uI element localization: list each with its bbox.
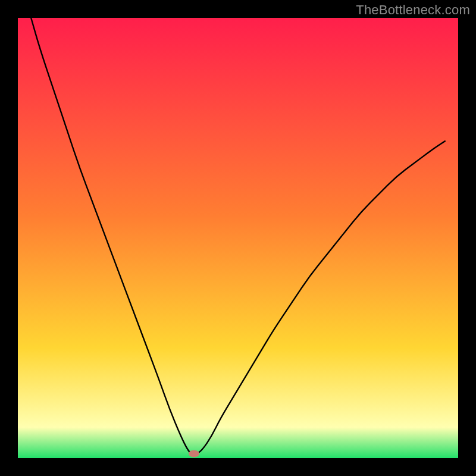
chart-frame: TheBottleneck.com [0,0,476,476]
plot-background [18,18,458,458]
bottleneck-chart [0,0,476,476]
watermark-text: TheBottleneck.com [356,2,470,18]
optimal-point-marker [189,450,199,458]
